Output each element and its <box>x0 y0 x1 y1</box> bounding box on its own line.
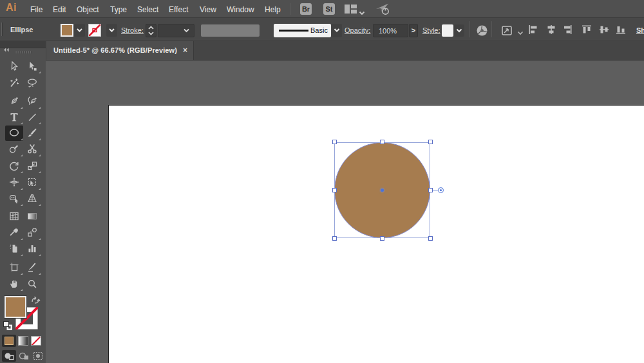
direct-selection-tool[interactable] <box>23 59 41 74</box>
stroke-weight-stepper[interactable] <box>146 24 156 37</box>
brush-chevron-button[interactable] <box>332 24 342 37</box>
tab-close-icon[interactable]: × <box>183 46 187 55</box>
style-label[interactable]: Style: <box>422 26 440 34</box>
selection-tool[interactable] <box>5 59 23 74</box>
arrange-documents-icon[interactable] <box>345 5 357 16</box>
default-fill-stroke-icon[interactable] <box>3 321 13 331</box>
scissors-tool[interactable] <box>23 142 41 157</box>
width-tool[interactable] <box>5 175 23 191</box>
opacity-options-button[interactable]: > <box>409 24 418 37</box>
fill-color-indicator[interactable] <box>5 296 26 318</box>
menu-item-edit[interactable]: Edit <box>53 5 66 14</box>
selection-handle[interactable] <box>428 236 433 241</box>
draw-normal-button[interactable] <box>2 350 16 362</box>
magic-wand-tool[interactable] <box>5 76 23 91</box>
align-bottom-icon[interactable] <box>615 24 627 38</box>
menu-item-window[interactable]: Window <box>227 5 254 14</box>
align-v-middle-icon[interactable] <box>598 24 610 38</box>
perspective-grid-tool[interactable] <box>23 191 41 207</box>
draw-behind-button[interactable] <box>17 350 31 362</box>
selection-handle[interactable] <box>428 140 433 144</box>
menu-item-file[interactable]: File <box>30 5 43 14</box>
stock-button[interactable]: St <box>323 3 335 15</box>
rotate-tool[interactable] <box>5 158 23 174</box>
chevron-down-icon[interactable] <box>359 6 365 18</box>
menu-item-view[interactable]: View <box>200 5 216 14</box>
canvas-area[interactable] <box>46 60 644 363</box>
style-swatch[interactable] <box>442 24 453 37</box>
menu-item-help[interactable]: Help <box>265 5 281 14</box>
document-tab[interactable]: Untitled-5* @ 66.67% (RGB/Preview) × <box>46 41 194 60</box>
recolor-artwork-icon[interactable] <box>476 24 488 39</box>
select-similar-chevron-icon[interactable] <box>517 26 524 38</box>
align-right-icon[interactable] <box>562 24 573 38</box>
document-tab-title: Untitled-5* @ 66.67% (RGB/Preview) <box>53 46 177 54</box>
ellipse-tool[interactable] <box>5 126 23 141</box>
bridge-button[interactable]: Br <box>300 3 312 15</box>
align-top-icon[interactable] <box>581 24 592 38</box>
tools-panel-header[interactable] <box>0 41 46 48</box>
selection-handle[interactable] <box>332 188 337 192</box>
column-graph-tool[interactable] <box>23 241 41 257</box>
stroke-color-swatch[interactable] <box>88 24 101 37</box>
stroke-chevron-button[interactable] <box>106 24 117 37</box>
menu-item-effect[interactable]: Effect <box>169 5 188 14</box>
separator <box>491 21 492 37</box>
eyedropper-tool[interactable] <box>5 225 23 241</box>
mesh-tool[interactable] <box>5 209 23 225</box>
selection-handle[interactable] <box>380 236 384 241</box>
separator <box>469 21 470 37</box>
align-left-icon[interactable] <box>527 24 539 38</box>
selection-handle[interactable] <box>332 236 337 241</box>
cs-live-share-icon[interactable] <box>375 2 392 19</box>
hand-tool[interactable] <box>5 276 23 292</box>
shape-builder-tool[interactable] <box>5 191 23 207</box>
align-h-center-icon[interactable] <box>545 24 557 38</box>
swap-fill-stroke-icon[interactable] <box>31 295 41 307</box>
free-transform-tool[interactable] <box>23 175 41 191</box>
opacity-field[interactable]: 100% <box>373 24 408 37</box>
blend-tool[interactable] <box>23 225 41 241</box>
selection-handle[interactable] <box>332 140 337 144</box>
none-mode-button[interactable] <box>31 336 41 346</box>
illustrator-logo: Ai <box>6 2 17 14</box>
collapse-panel-icon[interactable] <box>3 43 10 55</box>
zoom-tool[interactable] <box>23 276 41 292</box>
tools-panel-grip[interactable] <box>15 51 32 53</box>
select-similar-icon[interactable] <box>500 24 515 39</box>
artboard-tool[interactable] <box>5 260 23 275</box>
opacity-label[interactable]: Opacity: <box>345 26 370 34</box>
fill-chevron-button[interactable] <box>74 24 85 37</box>
brush-definition-dropdown[interactable]: Basic <box>274 24 331 37</box>
gradient-tool[interactable] <box>23 209 41 225</box>
fill-color-swatch[interactable] <box>61 24 73 37</box>
type-tool[interactable] <box>5 109 23 125</box>
control-bar-grip[interactable] <box>1 23 3 36</box>
brush-stroke-preview <box>279 30 308 32</box>
stroke-weight-dropdown[interactable] <box>158 24 194 37</box>
draw-inside-button[interactable] <box>31 350 45 362</box>
shape-label-clipped[interactable]: Sh <box>636 26 644 34</box>
pen-tool[interactable] <box>5 94 23 109</box>
paintbrush-tool[interactable] <box>23 126 41 141</box>
stroke-label[interactable]: Stroke: <box>121 26 144 34</box>
menu-item-object[interactable]: Object <box>77 5 99 14</box>
gradient-mode-button[interactable] <box>18 336 28 346</box>
selection-center-point[interactable] <box>381 189 384 192</box>
tools-panel <box>0 41 46 363</box>
lasso-tool[interactable] <box>23 76 41 91</box>
symbol-sprayer-tool[interactable] <box>5 241 23 257</box>
menu-item-select[interactable]: Select <box>137 5 158 14</box>
live-shape-widget-dot <box>440 189 442 191</box>
scale-tool[interactable] <box>23 158 41 174</box>
menu-bar: Ai FileEditObjectTypeSelectEffectViewWin… <box>0 0 644 18</box>
slice-tool[interactable] <box>23 260 41 275</box>
selection-handle[interactable] <box>380 140 384 144</box>
opacity-value: 100% <box>379 27 397 35</box>
shaper-tool[interactable] <box>5 142 23 157</box>
color-mode-button[interactable] <box>2 335 16 347</box>
style-chevron-button[interactable] <box>454 24 464 37</box>
line-segment-tool[interactable] <box>23 109 41 125</box>
menu-item-type[interactable]: Type <box>110 5 127 14</box>
curvature-tool[interactable] <box>23 94 41 109</box>
